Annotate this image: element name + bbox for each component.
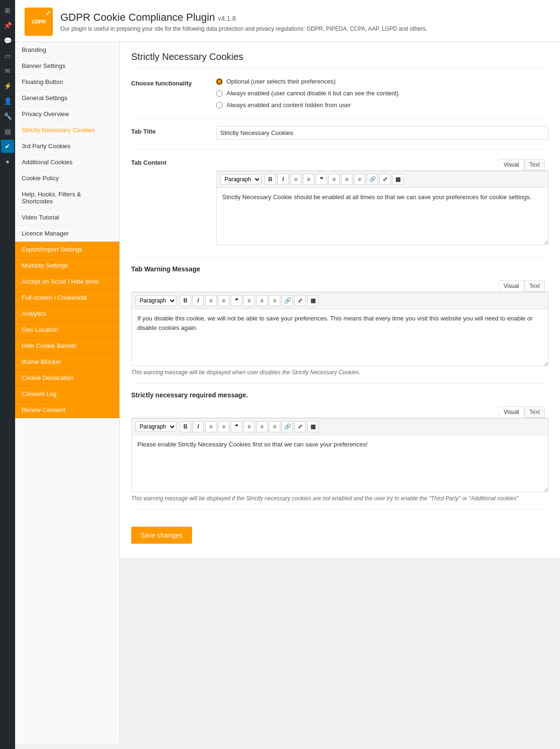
align-right-btn-1[interactable]: ≡ — [354, 174, 365, 185]
fullscreen-btn-3[interactable]: ⤢ — [294, 421, 306, 432]
icon-menu[interactable]: ▤ — [1, 125, 14, 138]
sidebar-item-banner-settings[interactable]: Banner Settings — [15, 58, 119, 74]
align-center-btn-1[interactable]: ≡ — [341, 174, 352, 185]
ul-btn-3[interactable]: ≡ — [205, 421, 217, 432]
paragraph-select-1[interactable]: Paragraph — [220, 174, 261, 185]
sidebar-item-privacy-overview[interactable]: Privacy Overview — [15, 106, 119, 122]
italic-btn-3[interactable]: I — [192, 421, 204, 432]
icon-gdpr[interactable]: ✔ — [1, 140, 14, 153]
save-button[interactable]: Save changes — [131, 527, 192, 544]
align-right-btn-2[interactable]: ≡ — [269, 295, 280, 306]
functionality-row: Choose functionality Optional (user sele… — [131, 78, 549, 109]
required-tabs: Visual Text — [131, 404, 549, 418]
bold-btn-1[interactable]: B — [265, 174, 276, 185]
align-left-btn-1[interactable]: ≡ — [328, 174, 340, 185]
section-title: Strictly Necessary Cookies — [131, 51, 549, 68]
sidebar-item-cookie-policy[interactable]: Cookie Policy — [15, 170, 119, 186]
link-btn-1[interactable]: 🔗 — [367, 174, 378, 185]
align-center-btn-3[interactable]: ≡ — [256, 421, 267, 432]
paragraph-select-2[interactable]: Paragraph — [135, 295, 176, 306]
icon-pin[interactable]: 📌 — [1, 19, 14, 32]
tab-title-row: Tab Title — [131, 126, 549, 140]
paragraph-select-3[interactable]: Paragraph — [135, 421, 176, 432]
sidebar-item-video-tutorial[interactable]: Video Tutorial — [15, 210, 119, 226]
sidebar-item-export-import[interactable]: Export/Import Settings — [15, 242, 119, 258]
ul-btn-2[interactable]: ≡ — [205, 295, 217, 306]
grid-btn-2[interactable]: ▦ — [307, 295, 318, 306]
warning-text-tab[interactable]: Text — [524, 280, 545, 292]
ol-btn-3[interactable]: ≡ — [218, 421, 229, 432]
grid-btn-1[interactable]: ▦ — [392, 174, 403, 185]
italic-btn-2[interactable]: I — [192, 295, 204, 306]
blockquote-btn-2[interactable]: ❝ — [231, 295, 242, 306]
body-layout: Branding Banner Settings Floating Button… — [15, 42, 560, 749]
tab-content-area[interactable]: Strictly Necessary Cookie should be enab… — [217, 188, 548, 244]
icon-mail[interactable]: ✉ — [1, 64, 14, 77]
sidebar-item-licence-manager[interactable]: Licence Manager — [15, 226, 119, 242]
icon-users[interactable]: 👤 — [1, 94, 14, 108]
radio-optional[interactable] — [216, 78, 223, 85]
warning-helper-text: This warning message will be displayed w… — [131, 369, 549, 376]
icon-comments[interactable]: 💬 — [1, 34, 14, 47]
align-right-btn-3[interactable]: ≡ — [269, 421, 280, 432]
sidebar-item-analytics[interactable]: Analytics — [15, 306, 119, 322]
warning-area[interactable]: If you disable this cookie, we will not … — [132, 309, 548, 366]
icon-tools[interactable]: ⚡ — [1, 79, 14, 93]
align-left-btn-2[interactable]: ≡ — [243, 295, 255, 306]
warning-editor-block: Paragraph B I ≡ ≡ ❝ ≡ ≡ ≡ 🔗 ⤢ ▦ If you d… — [131, 292, 549, 366]
icon-dashboard[interactable]: ⊞ — [1, 4, 14, 17]
link-btn-2[interactable]: 🔗 — [282, 295, 293, 306]
radio-always-enabled[interactable] — [216, 90, 223, 97]
fullscreen-btn-2[interactable]: ⤢ — [294, 295, 306, 306]
ol-btn-2[interactable]: ≡ — [218, 295, 229, 306]
link-btn-3[interactable]: 🔗 — [282, 421, 293, 432]
icon-pages[interactable]: ▭ — [1, 49, 14, 62]
icon-circle[interactable]: ● — [1, 155, 14, 168]
sidebar-item-accept-scroll[interactable]: Accept on Scroll / Hide timer — [15, 274, 119, 290]
grid-btn-3[interactable]: ▦ — [307, 421, 318, 432]
plugin-logo: ✓ GDPR — [25, 8, 53, 36]
radio-option-optional[interactable]: Optional (user selects their preferences… — [216, 78, 549, 85]
blockquote-btn-3[interactable]: ❝ — [231, 421, 242, 432]
ul-btn-1[interactable]: ≡ — [290, 174, 301, 185]
radio-always-enabled-label: Always enabled (user cannot disable it b… — [226, 90, 399, 97]
icon-settings[interactable]: 🔧 — [1, 109, 14, 123]
radio-option-always-enabled[interactable]: Always enabled (user cannot disable it b… — [216, 90, 549, 97]
italic-btn-1[interactable]: I — [277, 174, 289, 185]
sidebar: Branding Banner Settings Floating Button… — [15, 42, 120, 744]
tab-content-visual-tab[interactable]: Visual — [499, 159, 524, 170]
sidebar-item-3rd-party[interactable]: 3rd Party Cookies — [15, 138, 119, 154]
sidebar-item-hide-banner[interactable]: Hide Cookie Banner — [15, 338, 119, 354]
sidebar-item-branding[interactable]: Branding — [15, 42, 119, 58]
sidebar-item-strictly-necessary[interactable]: Strictly Necessary Cookies — [15, 122, 119, 138]
bold-btn-3[interactable]: B — [180, 421, 191, 432]
sidebar-item-cookie-declaration[interactable]: Cookie Declaration — [15, 370, 119, 386]
required-text-tab[interactable]: Text — [524, 406, 545, 418]
required-area[interactable]: Please enable Strictly Necessary Cookies… — [132, 435, 548, 492]
ol-btn-1[interactable]: ≡ — [303, 174, 314, 185]
functionality-label: Choose functionality — [131, 78, 207, 87]
sidebar-item-geo-location[interactable]: Geo Location — [15, 322, 119, 338]
sidebar-item-general-settings[interactable]: General Settings — [15, 90, 119, 106]
sidebar-item-fullscreen[interactable]: Full-screen / Cookiewall — [15, 290, 119, 306]
radio-option-always-hidden[interactable]: Always enabled and content hidden from u… — [216, 101, 549, 109]
sidebar-item-multisite[interactable]: Multisite Settings — [15, 258, 119, 274]
fullscreen-btn-1[interactable]: ⤢ — [379, 174, 391, 185]
bold-btn-2[interactable]: B — [180, 295, 191, 306]
sidebar-item-renew-consent[interactable]: Renew Consent — [15, 402, 119, 418]
tab-title-input[interactable] — [216, 126, 549, 140]
sidebar-item-floating-button[interactable]: Floating Button — [15, 74, 119, 90]
align-left-btn-3[interactable]: ≡ — [243, 421, 255, 432]
functionality-content: Optional (user selects their preferences… — [216, 78, 549, 109]
blockquote-btn-1[interactable]: ❝ — [316, 174, 327, 185]
sidebar-item-additional-cookies[interactable]: Additional Cookies — [15, 154, 119, 170]
tab-content-text-tab[interactable]: Text — [524, 159, 545, 170]
sidebar-item-help[interactable]: Help, Hooks, Filters & Shortcodes — [15, 186, 119, 210]
sidebar-item-consent-log[interactable]: Consent Log — [15, 386, 119, 402]
radio-optional-label: Optional (user selects their preferences… — [226, 78, 335, 85]
sidebar-item-iframe-blocker[interactable]: Iframe Blocker — [15, 354, 119, 370]
radio-always-hidden[interactable] — [216, 102, 223, 109]
required-visual-tab[interactable]: Visual — [499, 406, 524, 418]
warning-visual-tab[interactable]: Visual — [499, 280, 524, 292]
align-center-btn-2[interactable]: ≡ — [256, 295, 267, 306]
